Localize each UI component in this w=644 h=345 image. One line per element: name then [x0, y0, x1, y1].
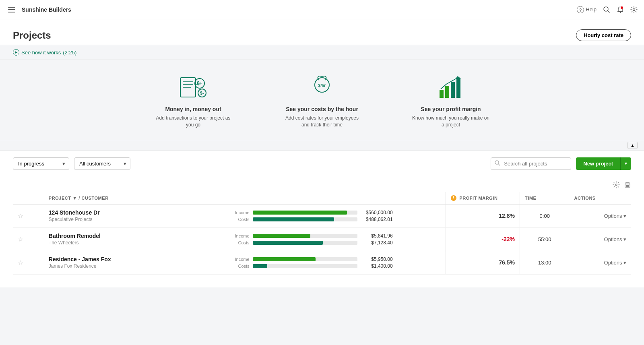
profit-margin-cell: 12.8% — [446, 204, 520, 227]
svg-point-4 — [620, 12, 621, 12]
project-name[interactable]: Bathroom Remodel — [49, 233, 225, 239]
profit-margin-cell: -22% — [446, 227, 520, 251]
costs-bar-row: Costs $1,400.00 — [234, 263, 441, 269]
costs-value: $7,128.40 — [361, 240, 393, 246]
brand-name: Sunshine Builders — [22, 6, 572, 13]
actions-cell[interactable]: Options ▾ — [569, 204, 631, 227]
top-nav: Sunshine Builders ? Help — [0, 0, 644, 19]
profit-info-icon: ! — [451, 195, 456, 201]
svg-rect-26 — [626, 185, 629, 187]
costs-bar-fill — [253, 264, 267, 268]
col-header-project[interactable]: PROJECT ▼ / CUSTOMER — [44, 192, 229, 205]
costs-bar-fill — [253, 217, 334, 221]
profit-margin-value: 12.8% — [451, 213, 515, 219]
promo-section: $+ $- Money in, money out Add transactio… — [0, 60, 644, 140]
costs-bar-fill — [253, 241, 323, 245]
col-header-actions: ACTIONS — [569, 192, 631, 205]
new-project-dropdown-button[interactable]: ▾ — [620, 157, 631, 170]
page-header: Projects Hourly cost rate — [0, 19, 644, 45]
col-header-time: TIME — [520, 192, 570, 205]
hamburger-icon[interactable] — [6, 5, 17, 14]
hourly-cost-rate-button[interactable]: Hourly cost rate — [576, 29, 631, 41]
project-name[interactable]: Residence - James Fox — [49, 256, 225, 262]
project-name[interactable]: 124 Stonehouse Dr — [49, 209, 225, 216]
actions-chevron-icon: ▾ — [623, 213, 626, 219]
svg-rect-18 — [445, 86, 449, 98]
profit-margin-cell: 76.5% — [446, 251, 520, 274]
promo-title-costs: See your costs by the hour — [282, 106, 362, 112]
costs-value: $1,400.00 — [361, 263, 393, 269]
collapse-bar: ▲ — [0, 140, 644, 151]
costs-label: Costs — [234, 217, 250, 222]
svg-point-5 — [621, 6, 623, 9]
project-info-cell: Bathroom Remodel The Wheelers — [44, 227, 229, 251]
costs-value: $488,062.01 — [361, 217, 393, 222]
costs-bar-track — [253, 241, 357, 245]
profit-margin-value: 76.5% — [451, 259, 515, 266]
filter-row: In progress Completed All All customers … — [0, 151, 644, 176]
help-circle-svg: ? — [577, 6, 584, 13]
income-label: Income — [234, 257, 250, 262]
project-info-cell: Residence - James Fox James Fox Residenc… — [44, 251, 229, 274]
svg-text:$/hr: $/hr — [318, 83, 326, 88]
nav-icons: ? Help — [577, 6, 638, 13]
time-cell: 55:00 — [520, 227, 570, 251]
svg-rect-17 — [440, 90, 444, 98]
svg-line-3 — [608, 10, 610, 12]
project-customer: James Fox Residence — [49, 263, 225, 269]
actions-cell[interactable]: Options ▾ — [569, 227, 631, 251]
col-header-bars — [229, 192, 446, 205]
see-how-link[interactable]: See how it works (2:25) — [13, 49, 76, 56]
costs-bar-row: Costs $488,062.01 — [234, 217, 441, 222]
search-icon-nav[interactable] — [603, 6, 610, 13]
notification-icon[interactable] — [617, 6, 624, 13]
help-icon[interactable]: ? Help — [577, 6, 597, 13]
income-value: $5,950.00 — [361, 256, 393, 262]
costs-label: Costs — [234, 264, 250, 269]
table-toolbar — [13, 176, 631, 192]
promo-item-costs: $/hr See your costs by the hour Add cost… — [282, 73, 362, 128]
customer-filter[interactable]: All customers — [74, 157, 130, 170]
svg-rect-19 — [451, 82, 455, 98]
search-wrapper — [491, 157, 571, 170]
search-input[interactable] — [491, 157, 571, 170]
costs-icon: $/hr — [282, 73, 362, 101]
income-label: Income — [234, 233, 250, 238]
status-filter[interactable]: In progress Completed All — [13, 157, 69, 170]
play-icon — [13, 49, 19, 56]
bar-cell: Income $5,950.00 Costs $1,400.00 — [229, 251, 446, 274]
star-icon[interactable]: ☆ — [18, 236, 23, 243]
print-icon[interactable] — [624, 181, 631, 190]
column-settings-icon[interactable] — [613, 181, 620, 190]
table-body: ☆ 124 Stonehouse Dr Speculative Projects… — [13, 204, 631, 274]
actions-cell[interactable]: Options ▾ — [569, 251, 631, 274]
project-customer: Speculative Projects — [49, 217, 225, 222]
collapse-button[interactable]: ▲ — [627, 142, 638, 149]
table-row: ☆ 124 Stonehouse Dr Speculative Projects… — [13, 204, 631, 227]
promo-desc-money: Add transactions to your project as you … — [153, 115, 233, 128]
svg-text:?: ? — [579, 7, 582, 12]
income-bar-fill — [253, 211, 347, 215]
income-bar-track — [253, 257, 357, 261]
star-cell: ☆ — [13, 251, 44, 274]
star-cell: ☆ — [13, 204, 44, 227]
table-section: PROJECT ▼ / CUSTOMER ! PROFIT MARGIN TIM… — [0, 176, 644, 287]
income-value: $5,841.96 — [361, 233, 393, 239]
income-value: $560,000.00 — [361, 210, 393, 215]
costs-bar-row: Costs $7,128.40 — [234, 240, 441, 246]
status-filter-wrapper: In progress Completed All — [13, 157, 69, 170]
star-icon[interactable]: ☆ — [18, 213, 23, 219]
bar-cell: Income $5,841.96 Costs $7,128.40 — [229, 227, 446, 251]
star-cell: ☆ — [13, 227, 44, 251]
svg-point-24 — [615, 184, 617, 186]
page-title: Projects — [13, 30, 51, 41]
col-header-profit: ! PROFIT MARGIN — [446, 192, 520, 205]
svg-point-6 — [633, 8, 635, 10]
costs-bar-track — [253, 217, 357, 221]
settings-icon[interactable] — [630, 6, 638, 13]
new-project-button[interactable]: New project — [576, 157, 620, 170]
star-icon[interactable]: ☆ — [18, 259, 23, 266]
income-bar-fill — [253, 234, 310, 238]
profit-margin-value: -22% — [451, 236, 515, 242]
project-customer: The Wheelers — [49, 240, 225, 246]
